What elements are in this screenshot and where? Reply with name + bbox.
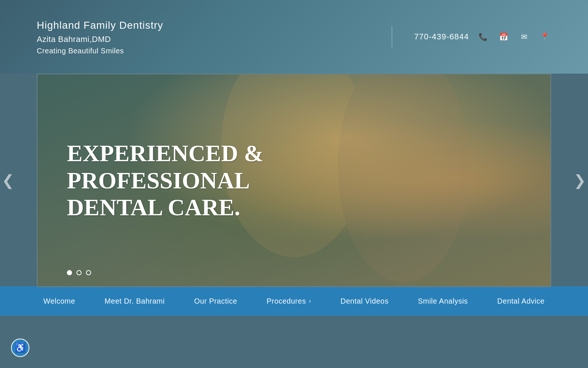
slide-dot-2[interactable] <box>76 270 82 275</box>
practice-tagline: Creating Beautiful Smiles <box>37 45 163 56</box>
practice-name: Highland Family Dentistry <box>37 18 163 33</box>
contact-info: 770-439-6844 📞 📅 ✉ 📍 <box>414 30 551 43</box>
nav-procedures[interactable]: Procedures › <box>252 286 326 316</box>
nav-dental-videos[interactable]: Dental Videos <box>326 286 403 316</box>
header-divider <box>392 26 392 48</box>
slide-dot-3[interactable] <box>86 270 91 275</box>
accessibility-button[interactable]: ♿ <box>11 339 29 357</box>
hero-section: ❮ EXPERIENCED & PROFESSIONAL DENTAL CARE… <box>18 74 570 287</box>
site-header: Highland Family Dentistry Azita Bahrami,… <box>0 0 588 74</box>
slide-dots <box>67 270 91 275</box>
location-icon[interactable]: 📍 <box>538 30 551 43</box>
nav-welcome[interactable]: Welcome <box>29 286 90 316</box>
phone-icon[interactable]: 📞 <box>476 30 490 43</box>
prev-slide-button[interactable]: ❮ <box>0 168 18 192</box>
hero-headline: EXPERIENCED & PROFESSIONAL DENTAL CARE. <box>67 140 263 221</box>
nav-smile-analysis[interactable]: Smile Analysis <box>403 286 483 316</box>
calendar-icon[interactable]: 📅 <box>497 30 510 43</box>
hero-slideshow: EXPERIENCED & PROFESSIONAL DENTAL CARE. <box>37 74 551 287</box>
doctor-name: Azita Bahrami,DMD <box>37 33 163 45</box>
svg-point-1 <box>338 74 469 283</box>
next-slide-button[interactable]: ❯ <box>570 168 588 192</box>
hero-line3: DENTAL CARE. <box>67 194 240 220</box>
practice-logo: Highland Family Dentistry Azita Bahrami,… <box>37 18 163 56</box>
nav-our-practice[interactable]: Our Practice <box>179 286 252 316</box>
slide-dot-1[interactable] <box>67 270 72 275</box>
hero-text: EXPERIENCED & PROFESSIONAL DENTAL CARE. <box>67 140 263 221</box>
hero-line2: PROFESSIONAL <box>67 167 250 193</box>
procedures-dropdown-arrow: › <box>309 298 311 304</box>
main-navigation: Welcome Meet Dr. Bahrami Our Practice Pr… <box>0 286 588 316</box>
nav-meet-doctor[interactable]: Meet Dr. Bahrami <box>90 286 180 316</box>
nav-dental-advice[interactable]: Dental Advice <box>483 286 559 316</box>
email-icon[interactable]: ✉ <box>517 30 531 43</box>
hero-line1: EXPERIENCED & <box>67 140 263 166</box>
phone-number: 770-439-6844 <box>414 32 469 42</box>
